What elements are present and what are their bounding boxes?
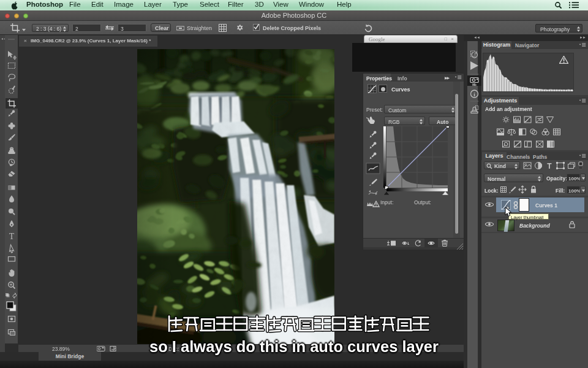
svg-text:T: T [9,232,15,241]
svg-text:T: T [547,162,552,171]
svg-text:Mb: Mb [472,83,477,86]
svg-text:i: i [473,91,475,98]
